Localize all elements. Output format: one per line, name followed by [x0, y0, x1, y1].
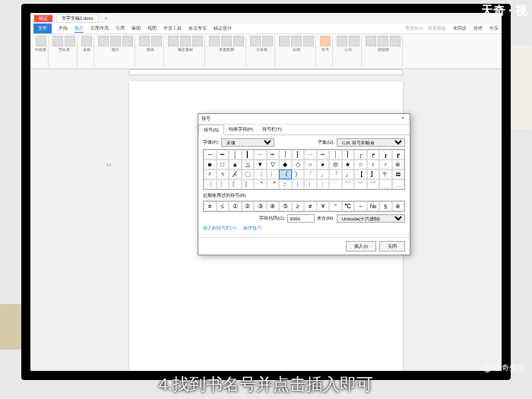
symbol-cell[interactable]: □	[217, 160, 230, 169]
chart-icon[interactable]	[139, 36, 150, 46]
share-button[interactable]: 分享	[489, 25, 499, 32]
tab-custom[interactable]: 符号栏(T)	[258, 125, 287, 135]
tab-app[interactable]: 稿定	[33, 14, 53, 23]
symbol-cell[interactable]: ┏	[392, 150, 405, 160]
symbol-cell[interactable]: 〖	[229, 179, 242, 189]
symbol-cell[interactable]: ┎	[379, 150, 392, 160]
menu-addin[interactable]: 稿定设计	[214, 25, 232, 32]
recent-symbol-cell[interactable]: ≠	[304, 201, 317, 211]
recent-symbol-cell[interactable]: ※	[392, 201, 405, 211]
symbol-cell[interactable]: ☆	[354, 160, 367, 169]
symbol-icon[interactable]	[320, 36, 331, 46]
menu-sec[interactable]: 会员专享	[188, 25, 207, 32]
symbol-cell[interactable]: ┇	[292, 150, 305, 160]
symbol-cell[interactable]: ┄	[254, 150, 267, 160]
recent-symbol-cell[interactable]: ￥	[317, 201, 330, 211]
close-button[interactable]: 关闭	[379, 241, 405, 252]
tab-symbols[interactable]: 符号(S)	[198, 125, 224, 135]
subset-select[interactable]: CJK 符号和标点	[337, 138, 405, 147]
symbol-cell[interactable]: ◇	[292, 160, 305, 169]
menu-ref[interactable]: 引用	[116, 25, 125, 32]
symbol-cell[interactable]: ▲	[229, 160, 242, 169]
symbol-cell[interactable]: ●	[317, 160, 330, 169]
symbol-cell[interactable]: 〞	[267, 179, 280, 189]
pic-icon[interactable]	[98, 36, 109, 46]
wm-icon[interactable]	[233, 36, 244, 46]
search-hint[interactable]: 查找命令、搜索模板	[405, 25, 446, 32]
nav-prev-icon[interactable]: ‹›	[103, 157, 114, 171]
symbol-cell[interactable]: ┅	[267, 150, 280, 160]
symbol-cell[interactable]: ﹉	[329, 179, 342, 189]
recent-symbol-cell[interactable]: ①	[229, 201, 242, 211]
menu-dev[interactable]: 开发工具	[163, 25, 182, 32]
eq-icon[interactable]	[337, 36, 347, 46]
att-icon[interactable]	[291, 36, 302, 46]
recent-symbol-cell[interactable]: ③	[254, 201, 267, 211]
recent-symbol-cell[interactable]: ÷	[354, 201, 367, 211]
symbol-cell[interactable]: ◆	[279, 160, 292, 169]
coop-button[interactable]: 协作	[473, 25, 483, 32]
symbol-cell[interactable]: ┈	[304, 150, 317, 160]
header-icon[interactable]	[209, 36, 220, 46]
date-icon[interactable]	[279, 36, 290, 46]
tips-link[interactable]: 操作技巧	[243, 225, 261, 232]
symbol-cell[interactable]: 〓	[392, 169, 405, 179]
break-icon[interactable]	[65, 36, 75, 46]
symbol-cell[interactable]: │	[229, 150, 242, 160]
obj-icon[interactable]	[303, 36, 314, 46]
symbol-cell[interactable]: ﹍	[379, 179, 392, 189]
tab-special[interactable]: 特殊字符(P)	[224, 125, 258, 135]
symbol-cell[interactable]: ▼	[254, 160, 267, 169]
symbol-cell[interactable]: ﹊	[342, 179, 355, 189]
tab-document[interactable]: 文字文稿1.docx	[56, 14, 99, 23]
symbol-cell[interactable]: ■	[204, 160, 217, 169]
recent-symbol-cell[interactable]: ≠	[204, 201, 217, 211]
menu-layout[interactable]: 页面布局	[90, 25, 109, 32]
menu-review[interactable]: 审阅	[131, 25, 141, 32]
mind-icon[interactable]	[192, 36, 203, 46]
symbol-cell[interactable]: ﹌	[367, 179, 380, 189]
symbol-cell[interactable]: ┃	[242, 150, 255, 160]
symbol-cell[interactable]: 〆	[229, 169, 242, 179]
symbol-cell[interactable]: ◎	[329, 160, 342, 169]
symbol-cell[interactable]: ︰	[279, 179, 292, 189]
symbol-cell[interactable]: 〈	[254, 169, 267, 179]
symbol-cell[interactable]: 】	[367, 169, 380, 179]
symbol-cell[interactable]: 『	[329, 169, 342, 179]
close-icon[interactable]: ×	[399, 116, 407, 123]
recent-symbol-cell[interactable]: ②	[242, 201, 255, 211]
symbol-cell[interactable]: 〝	[254, 179, 267, 189]
recent-symbol-cell[interactable]: №	[367, 201, 380, 211]
smart-icon[interactable]	[151, 36, 162, 46]
asset-icon[interactable]	[168, 36, 179, 46]
symbol-cell[interactable]: 〇	[242, 169, 255, 179]
symbol-cell[interactable]: ─	[204, 150, 217, 160]
symbol-cell[interactable]: 」	[317, 169, 330, 179]
recent-symbol-cell[interactable]: ℃	[342, 201, 355, 211]
code-input[interactable]	[287, 214, 315, 223]
iconlib-icon[interactable]	[122, 36, 133, 46]
symbol-cell[interactable]: ┊	[329, 150, 342, 160]
symbol-cell[interactable]: 々	[217, 169, 230, 179]
menu-start[interactable]: 开始	[59, 25, 68, 32]
recent-symbol-cell[interactable]: §	[379, 201, 392, 211]
symbol-cell[interactable]: ┌	[354, 150, 367, 160]
menu-insert[interactable]: 插入	[74, 25, 84, 33]
textbox-icon[interactable]	[250, 36, 261, 46]
flow-icon[interactable]	[180, 36, 191, 46]
menu-file[interactable]: 文件	[33, 24, 52, 33]
symbol-cell[interactable]: ┆	[279, 150, 292, 160]
symbol-cell[interactable]: ▽	[267, 160, 280, 169]
sync-status[interactable]: 未同步	[453, 25, 467, 32]
ruler[interactable]	[129, 69, 403, 75]
symbol-cell[interactable]: 〉	[267, 169, 280, 179]
recent-symbol-cell[interactable]: ⑤	[279, 201, 292, 211]
xref-icon[interactable]	[390, 36, 401, 46]
symbol-cell[interactable]: ┋	[342, 150, 355, 160]
symbol-cell[interactable]: ﹋	[354, 179, 367, 189]
recent-symbol-cell[interactable]: °	[329, 201, 342, 211]
art-icon[interactable]	[262, 36, 273, 46]
symbol-cell[interactable]: 》	[292, 169, 305, 179]
insert-to-bar-link[interactable]: 插入到符号栏(Y)	[203, 225, 236, 232]
symbol-cell[interactable]: ﹎	[392, 179, 405, 189]
